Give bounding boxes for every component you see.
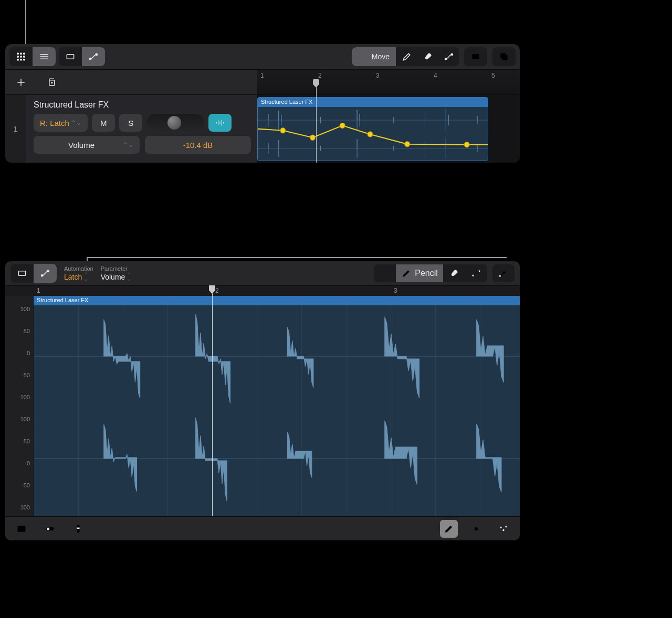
svg-line-60	[473, 531, 474, 532]
editor-playhead[interactable]	[212, 285, 213, 516]
svg-point-8	[24, 59, 25, 61]
automation-button[interactable]	[82, 47, 105, 66]
automation-mode-block[interactable]: Automation Latch ⌃⌄	[64, 265, 93, 282]
brightness-button[interactable]	[467, 520, 485, 538]
editor-waveform-right	[34, 409, 520, 508]
edit-mode-button[interactable]	[440, 520, 458, 538]
svg-point-37	[368, 132, 373, 137]
copy-icon	[499, 51, 509, 62]
timeline-ruler[interactable]: 1 2 3 4 5	[257, 70, 520, 94]
svg-point-5	[24, 56, 25, 58]
playhead[interactable]	[316, 79, 317, 163]
sliders-icon	[498, 524, 509, 534]
move-tool-button[interactable]: Move	[352, 47, 396, 66]
parameter-value: Volume	[101, 273, 125, 281]
track-timeline[interactable]: Structured Laser FX	[257, 95, 520, 163]
db-tick: 50	[24, 328, 30, 334]
curve-tool-button[interactable]	[438, 47, 459, 66]
ruler-number: 3	[376, 72, 380, 79]
db-tick: 100	[20, 416, 30, 422]
brightness-icon	[471, 524, 481, 534]
brush-icon	[423, 51, 433, 62]
editor-ruler[interactable]: 1 2 3	[5, 285, 520, 296]
svg-point-1	[20, 53, 22, 55]
automation-parameter-block[interactable]: Parameter Volume ⌃⌄	[101, 265, 132, 282]
toggle-icon	[45, 524, 55, 534]
track-controls-row: 1 2 3 4 5	[5, 69, 520, 94]
svg-point-44	[478, 270, 480, 272]
svg-point-4	[20, 56, 22, 58]
editor-pencil-label: Pencil	[415, 269, 438, 278]
view-mode-group	[9, 47, 56, 66]
duplicate-track-button[interactable]	[41, 73, 62, 92]
svg-point-50	[47, 527, 49, 530]
db-tick: 100	[20, 306, 30, 312]
editor-region-name: Structured Laser FX	[34, 296, 520, 305]
editor-pencil-tool[interactable]: Pencil	[396, 264, 443, 282]
fader-icon	[73, 524, 83, 534]
grid-view-button[interactable]	[9, 47, 33, 66]
automation-value-readout[interactable]: -10.4 dB	[145, 136, 251, 154]
automation-curve-icon	[444, 51, 454, 62]
editor-automation-button[interactable]	[34, 264, 57, 283]
amplitude-scale: 100 50 0 -50 -100 100 50 0 -50 -100	[5, 296, 34, 516]
editor-step-tool[interactable]	[492, 264, 514, 282]
input-monitor-button[interactable]	[208, 114, 232, 132]
fader-button[interactable]	[69, 520, 87, 538]
svg-line-59	[478, 531, 479, 532]
svg-line-58	[473, 526, 474, 527]
brush-tool-button[interactable]	[417, 47, 438, 66]
svg-point-67	[505, 526, 507, 527]
parameter-title: Parameter	[101, 265, 132, 272]
ruler-number: 1	[260, 72, 264, 79]
audio-region[interactable]: Structured Laser FX	[257, 97, 488, 161]
pencil-icon	[402, 51, 412, 62]
automation-parameter-label: Volume	[68, 141, 94, 150]
automation-mode-label: R: Latch	[40, 119, 69, 127]
region-button[interactable]	[59, 47, 82, 66]
editor-region-button[interactable]	[10, 264, 34, 283]
marquee-tool-button[interactable]	[464, 47, 487, 66]
audio-editor-panel: Automation Latch ⌃⌄ Parameter Volume ⌃⌄ …	[5, 261, 520, 540]
solo-button[interactable]: S	[119, 114, 142, 132]
toggle-button[interactable]	[41, 520, 59, 538]
pencil-tool-button[interactable]	[396, 47, 417, 66]
ruler-number: 4	[434, 72, 437, 79]
svg-point-3	[17, 56, 19, 58]
editor-brush-tool[interactable]	[443, 264, 465, 282]
editor-bottom-bar	[5, 516, 520, 540]
library-button[interactable]	[13, 520, 30, 538]
edit-tools: Move	[352, 47, 516, 66]
svg-point-36	[340, 123, 345, 128]
add-track-button[interactable]	[10, 73, 32, 92]
mixer-button[interactable]	[495, 520, 512, 538]
rectangle-icon	[65, 51, 76, 62]
chevron-updown-icon: ⌃⌄	[123, 141, 133, 148]
editor-curve-tool[interactable]	[465, 264, 487, 282]
copy-tool-button[interactable]	[492, 47, 516, 66]
svg-point-43	[472, 275, 474, 276]
automation-mode-selector[interactable]: R: Latch ⌃⌄	[34, 114, 88, 132]
svg-rect-17	[472, 54, 479, 59]
list-view-button[interactable]	[33, 47, 56, 66]
svg-point-38	[405, 142, 410, 147]
editor-move-tool[interactable]	[374, 264, 396, 282]
db-tick: -100	[18, 504, 30, 510]
track-header[interactable]: Structured Laser FX R: Latch ⌃⌄ M S	[26, 95, 257, 163]
mute-button[interactable]: M	[92, 114, 115, 132]
grid-icon	[16, 51, 26, 62]
automation-parameter-selector[interactable]: Volume ⌃⌄	[34, 136, 140, 154]
editor-waveform-area[interactable]: Structured Laser FX	[34, 296, 520, 516]
automation-points[interactable]	[258, 107, 488, 161]
move-icon	[358, 51, 369, 62]
chevron-updown-icon: ⌃⌄	[127, 272, 131, 282]
automation-curve-icon	[471, 268, 481, 279]
db-tick: 50	[24, 438, 30, 444]
svg-line-61	[478, 526, 479, 527]
chevron-updown-icon: ⌃⌄	[84, 272, 88, 282]
music-library-icon	[16, 524, 27, 534]
svg-rect-40	[18, 271, 25, 275]
move-icon	[380, 268, 390, 279]
db-tick: 0	[27, 350, 30, 356]
volume-slider[interactable]	[146, 114, 204, 132]
